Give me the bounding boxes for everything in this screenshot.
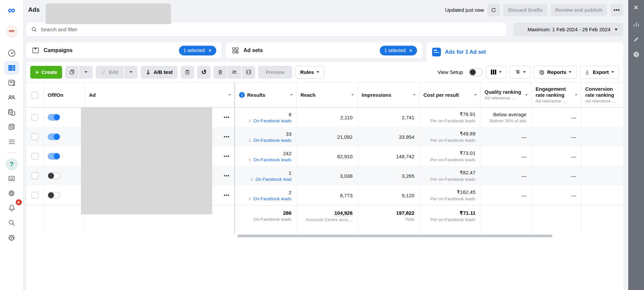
duplicate-dropdown-button[interactable] — [79, 66, 93, 79]
tab-ad-sets[interactable]: Ad sets 1 selected ✕ — [226, 42, 422, 58]
results-type-link[interactable]: On-Facebook leads — [248, 118, 291, 123]
column-quality-ranking[interactable]: Quality rankingAd relevance … — [480, 83, 532, 107]
undo-button[interactable]: ↺ — [197, 66, 211, 79]
discard-drafts-button[interactable]: Discard Drafts — [503, 4, 547, 16]
engagement-value: — — [571, 154, 576, 159]
results-type-link[interactable]: On-Facebook leads — [248, 157, 291, 162]
quality-cell: — — [480, 127, 532, 147]
row-checkbox[interactable] — [32, 192, 38, 199]
ads-reporting-icon[interactable] — [4, 76, 19, 89]
breakdown-button[interactable] — [510, 66, 531, 79]
row-select-cell — [26, 166, 44, 185]
edit-dropdown-button[interactable] — [124, 66, 138, 79]
report-bug-icon[interactable] — [4, 231, 19, 244]
row-overflow-button[interactable]: ••• — [224, 173, 230, 178]
audiences-icon[interactable] — [4, 91, 19, 104]
trash-icon — [218, 70, 223, 75]
row-checkbox[interactable] — [32, 114, 38, 121]
all-tools-menu-icon[interactable] — [4, 135, 19, 149]
horizontal-scrollbar[interactable] — [237, 235, 552, 237]
close-rail-button[interactable]: ✕ — [628, 0, 644, 15]
reports-button[interactable]: Reports — [534, 66, 577, 79]
chevron-down-icon — [611, 71, 614, 73]
column-cost-per-result[interactable]: Cost per result — [419, 83, 480, 107]
clear-selection-icon[interactable]: ✕ — [208, 48, 212, 53]
edit-button[interactable]: Edit — [96, 66, 123, 79]
cost-label: Per on-Facebook leads — [430, 157, 475, 162]
view-setup-toggle[interactable] — [469, 68, 483, 76]
ad-toggle[interactable] — [48, 172, 60, 179]
notifications-bell-icon[interactable]: 6 — [4, 201, 19, 215]
cost-value: ₹76.91 — [460, 111, 475, 117]
table-toolbar: + Create Edit — [26, 62, 623, 82]
preview-button[interactable]: Preview — [258, 66, 292, 79]
sidebar-search-icon[interactable] — [4, 216, 19, 230]
info-icon[interactable]: i — [239, 92, 245, 98]
results-cell: 242On-Facebook leads — [235, 147, 296, 166]
row-checkbox[interactable] — [32, 133, 38, 140]
settings-gear-icon[interactable] — [4, 187, 19, 200]
ad-sets-selected-pill[interactable]: 1 selected ✕ — [380, 46, 417, 55]
select-all-checkbox[interactable] — [32, 92, 38, 98]
results-type-link[interactable]: On-Facebook leads — [248, 196, 291, 201]
refresh-button[interactable] — [487, 4, 500, 16]
row-overflow-button[interactable]: ••• — [224, 115, 230, 120]
assign-people-button[interactable] — [228, 66, 241, 79]
column-reach[interactable]: Reach — [296, 83, 358, 107]
reach-cell: 8,773 — [296, 185, 358, 205]
download-icon — [248, 138, 252, 142]
events-manager-icon[interactable] — [4, 120, 19, 134]
ad-account-settings-icon[interactable] — [4, 172, 19, 185]
overview-gauge-icon[interactable] — [4, 46, 19, 60]
paste-button[interactable] — [181, 66, 194, 79]
rules-button[interactable]: Rules — [295, 66, 324, 79]
row-overflow-button[interactable]: ••• — [224, 193, 230, 198]
column-impressions[interactable]: Impressions — [358, 83, 419, 107]
help-button[interactable]: ? — [6, 158, 18, 170]
row-overflow-button[interactable]: ••• — [224, 154, 230, 159]
row-overflow-button[interactable]: ••• — [224, 134, 230, 139]
column-off-on[interactable]: Off/On — [44, 83, 85, 107]
date-range-selector[interactable]: Maximum: 1 Feb 2024 - 29 Feb 2024 — [513, 23, 623, 36]
edit-rail-button[interactable] — [628, 32, 644, 47]
history-rail-button[interactable] — [628, 47, 644, 62]
ab-test-button[interactable]: A/B test — [141, 66, 178, 79]
clear-selection-icon[interactable]: ✕ — [409, 48, 413, 53]
ad-toggle[interactable] — [48, 192, 60, 199]
row-checkbox[interactable] — [32, 172, 38, 179]
pixel-button[interactable] — [242, 66, 255, 79]
more-options-button[interactable]: ••• — [610, 4, 623, 16]
search-bar[interactable] — [26, 23, 506, 36]
cost-label: Per on-Facebook leads — [430, 196, 475, 201]
results-type-link[interactable]: On-Facebook leads — [248, 138, 291, 143]
people-add-icon — [231, 69, 237, 75]
campaigns-table-icon[interactable] — [4, 61, 19, 75]
chevron-down-icon — [228, 94, 231, 96]
row-checkbox[interactable] — [32, 153, 38, 160]
ad-toggle[interactable] — [48, 153, 60, 160]
account-avatar[interactable]: उज्मा — [6, 26, 17, 37]
column-ad[interactable]: Ad — [85, 83, 235, 107]
column-engagement-ranking[interactable]: Engagement rate rankingAd relevance … — [532, 83, 581, 107]
column-conversion-ranking[interactable]: Conversion rate rankingAd relevance … — [581, 83, 623, 107]
ad-toggle[interactable] — [48, 133, 60, 140]
ads-icon — [432, 48, 441, 56]
delete-button[interactable] — [214, 66, 227, 79]
create-button[interactable]: + Create — [30, 66, 62, 79]
duplicate-button[interactable] — [65, 66, 79, 79]
billing-coins-icon[interactable] — [4, 106, 19, 119]
totals-reach[interactable]: 104,926 — [334, 210, 353, 216]
column-results[interactable]: i Results — [235, 83, 296, 107]
ad-toggle[interactable] — [48, 114, 60, 121]
tab-ads-active[interactable]: Ads for 1 Ad set — [427, 42, 623, 62]
tab-campaigns[interactable]: Campaigns 1 selected ✕ — [26, 42, 222, 58]
search-input[interactable] — [41, 27, 502, 32]
meta-logo-icon[interactable]: ∞ — [8, 5, 15, 15]
campaigns-selected-pill[interactable]: 1 selected ✕ — [179, 46, 216, 55]
export-button[interactable]: Export — [580, 66, 619, 79]
review-publish-button[interactable]: Review and publish — [551, 4, 607, 16]
off-on-cell — [44, 185, 85, 205]
results-type-link[interactable]: On-Facebook lead — [250, 177, 291, 182]
performance-chart-button[interactable] — [628, 16, 644, 32]
columns-button[interactable] — [486, 66, 507, 79]
